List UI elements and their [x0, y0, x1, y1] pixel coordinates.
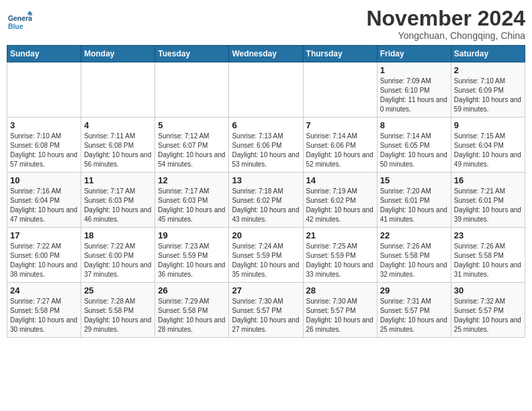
day-info: Sunrise: 7:27 AM Sunset: 5:58 PM Dayligh…: [10, 297, 78, 334]
day-info: Sunrise: 7:31 AM Sunset: 5:57 PM Dayligh…: [380, 297, 448, 334]
day-info: Sunrise: 7:32 AM Sunset: 5:57 PM Dayligh…: [454, 297, 522, 334]
day-number: 24: [10, 285, 78, 295]
day-number: 15: [380, 175, 448, 185]
day-info: Sunrise: 7:26 AM Sunset: 5:58 PM Dayligh…: [380, 242, 448, 279]
day-info: Sunrise: 7:13 AM Sunset: 6:06 PM Dayligh…: [232, 132, 300, 169]
calendar-day-cell: 11Sunrise: 7:17 AM Sunset: 6:03 PM Dayli…: [81, 173, 155, 228]
calendar-day-cell: [229, 62, 303, 118]
day-number: 26: [158, 285, 226, 295]
weekday-header: Thursday: [303, 46, 377, 62]
day-info: Sunrise: 7:12 AM Sunset: 6:07 PM Dayligh…: [158, 132, 226, 169]
calendar-day-cell: 18Sunrise: 7:22 AM Sunset: 6:00 PM Dayli…: [81, 228, 155, 283]
day-info: Sunrise: 7:30 AM Sunset: 5:57 PM Dayligh…: [232, 297, 300, 334]
calendar-day-cell: 1Sunrise: 7:09 AM Sunset: 6:10 PM Daylig…: [377, 62, 451, 118]
calendar-day-cell: 12Sunrise: 7:17 AM Sunset: 6:03 PM Dayli…: [155, 173, 229, 228]
location-subtitle: Yongchuan, Chongqing, China: [366, 30, 525, 41]
day-info: Sunrise: 7:24 AM Sunset: 5:59 PM Dayligh…: [232, 242, 300, 279]
calendar-day-cell: 20Sunrise: 7:24 AM Sunset: 5:59 PM Dayli…: [229, 228, 303, 283]
calendar-day-cell: 27Sunrise: 7:30 AM Sunset: 5:57 PM Dayli…: [229, 283, 303, 338]
day-info: Sunrise: 7:14 AM Sunset: 6:05 PM Dayligh…: [380, 132, 448, 169]
day-info: Sunrise: 7:20 AM Sunset: 6:01 PM Dayligh…: [380, 187, 448, 224]
calendar-day-cell: 4Sunrise: 7:11 AM Sunset: 6:08 PM Daylig…: [81, 118, 155, 173]
calendar-day-cell: 15Sunrise: 7:20 AM Sunset: 6:01 PM Dayli…: [377, 173, 451, 228]
calendar-day-cell: [155, 62, 229, 118]
day-info: Sunrise: 7:22 AM Sunset: 6:00 PM Dayligh…: [10, 242, 78, 279]
weekday-header: Saturday: [451, 46, 525, 62]
calendar-week-row: 10Sunrise: 7:16 AM Sunset: 6:04 PM Dayli…: [7, 173, 525, 228]
calendar-day-cell: 14Sunrise: 7:19 AM Sunset: 6:02 PM Dayli…: [303, 173, 377, 228]
day-number: 20: [232, 230, 300, 240]
day-number: 6: [232, 120, 300, 130]
calendar-day-cell: 21Sunrise: 7:25 AM Sunset: 5:59 PM Dayli…: [303, 228, 377, 283]
day-number: 29: [380, 285, 448, 295]
day-number: 1: [380, 65, 448, 75]
day-info: Sunrise: 7:17 AM Sunset: 6:03 PM Dayligh…: [158, 187, 226, 224]
weekday-header: Wednesday: [229, 46, 303, 62]
day-number: 14: [306, 175, 374, 185]
calendar-day-cell: 22Sunrise: 7:26 AM Sunset: 5:58 PM Dayli…: [377, 228, 451, 283]
day-info: Sunrise: 7:15 AM Sunset: 6:04 PM Dayligh…: [454, 132, 522, 169]
calendar-day-cell: 24Sunrise: 7:27 AM Sunset: 5:58 PM Dayli…: [7, 283, 81, 338]
calendar-day-cell: 3Sunrise: 7:10 AM Sunset: 6:08 PM Daylig…: [7, 118, 81, 173]
day-info: Sunrise: 7:09 AM Sunset: 6:10 PM Dayligh…: [380, 77, 448, 114]
calendar-day-cell: 17Sunrise: 7:22 AM Sunset: 6:00 PM Dayli…: [7, 228, 81, 283]
calendar-day-cell: [81, 62, 155, 118]
weekday-header: Tuesday: [155, 46, 229, 62]
calendar-day-cell: 10Sunrise: 7:16 AM Sunset: 6:04 PM Dayli…: [7, 173, 81, 228]
calendar-day-cell: 9Sunrise: 7:15 AM Sunset: 6:04 PM Daylig…: [451, 118, 525, 173]
day-number: 16: [454, 175, 522, 185]
calendar-week-row: 3Sunrise: 7:10 AM Sunset: 6:08 PM Daylig…: [7, 118, 525, 173]
day-number: 9: [454, 120, 522, 130]
day-number: 4: [84, 120, 152, 130]
month-title: November 2024: [366, 7, 525, 30]
day-info: Sunrise: 7:18 AM Sunset: 6:02 PM Dayligh…: [232, 187, 300, 224]
calendar-day-cell: 19Sunrise: 7:23 AM Sunset: 5:59 PM Dayli…: [155, 228, 229, 283]
svg-text:Blue: Blue: [8, 23, 24, 30]
day-number: 28: [306, 285, 374, 295]
calendar-day-cell: 25Sunrise: 7:28 AM Sunset: 5:58 PM Dayli…: [81, 283, 155, 338]
calendar-day-cell: 30Sunrise: 7:32 AM Sunset: 5:57 PM Dayli…: [451, 283, 525, 338]
day-number: 2: [454, 65, 522, 75]
day-number: 17: [10, 230, 78, 240]
day-info: Sunrise: 7:11 AM Sunset: 6:08 PM Dayligh…: [84, 132, 152, 169]
day-number: 3: [10, 120, 78, 130]
day-info: Sunrise: 7:14 AM Sunset: 6:06 PM Dayligh…: [306, 132, 374, 169]
day-info: Sunrise: 7:10 AM Sunset: 6:09 PM Dayligh…: [454, 77, 522, 114]
day-info: Sunrise: 7:22 AM Sunset: 6:00 PM Dayligh…: [84, 242, 152, 279]
calendar-day-cell: 13Sunrise: 7:18 AM Sunset: 6:02 PM Dayli…: [229, 173, 303, 228]
calendar-day-cell: 26Sunrise: 7:29 AM Sunset: 5:58 PM Dayli…: [155, 283, 229, 338]
day-number: 30: [454, 285, 522, 295]
day-info: Sunrise: 7:23 AM Sunset: 5:59 PM Dayligh…: [158, 242, 226, 279]
calendar-day-cell: 23Sunrise: 7:26 AM Sunset: 5:58 PM Dayli…: [451, 228, 525, 283]
day-info: Sunrise: 7:29 AM Sunset: 5:58 PM Dayligh…: [158, 297, 226, 334]
day-number: 11: [84, 175, 152, 185]
day-number: 19: [158, 230, 226, 240]
day-info: Sunrise: 7:26 AM Sunset: 5:58 PM Dayligh…: [454, 242, 522, 279]
calendar-day-cell: 8Sunrise: 7:14 AM Sunset: 6:05 PM Daylig…: [377, 118, 451, 173]
day-info: Sunrise: 7:19 AM Sunset: 6:02 PM Dayligh…: [306, 187, 374, 224]
svg-text:General: General: [8, 15, 32, 22]
day-info: Sunrise: 7:21 AM Sunset: 6:01 PM Dayligh…: [454, 187, 522, 224]
calendar-day-cell: 7Sunrise: 7:14 AM Sunset: 6:06 PM Daylig…: [303, 118, 377, 173]
day-info: Sunrise: 7:28 AM Sunset: 5:58 PM Dayligh…: [84, 297, 152, 334]
logo: General Blue: [7, 9, 35, 35]
day-number: 12: [158, 175, 226, 185]
calendar-day-cell: 6Sunrise: 7:13 AM Sunset: 6:06 PM Daylig…: [229, 118, 303, 173]
day-number: 10: [10, 175, 78, 185]
day-info: Sunrise: 7:17 AM Sunset: 6:03 PM Dayligh…: [84, 187, 152, 224]
calendar-day-cell: [7, 62, 81, 118]
day-number: 25: [84, 285, 152, 295]
weekday-header: Friday: [377, 46, 451, 62]
day-number: 7: [306, 120, 374, 130]
page-header: General Blue November 2024 Yongchuan, Ch…: [7, 7, 525, 41]
day-info: Sunrise: 7:10 AM Sunset: 6:08 PM Dayligh…: [10, 132, 78, 169]
calendar-day-cell: 28Sunrise: 7:30 AM Sunset: 5:57 PM Dayli…: [303, 283, 377, 338]
calendar-week-row: 24Sunrise: 7:27 AM Sunset: 5:58 PM Dayli…: [7, 283, 525, 338]
day-number: 5: [158, 120, 226, 130]
weekday-header: Sunday: [7, 46, 81, 62]
title-block: November 2024 Yongchuan, Chongqing, Chin…: [366, 7, 525, 41]
calendar-body: 1Sunrise: 7:09 AM Sunset: 6:10 PM Daylig…: [7, 62, 525, 338]
day-number: 27: [232, 285, 300, 295]
calendar-day-cell: [303, 62, 377, 118]
weekday-header: Monday: [81, 46, 155, 62]
